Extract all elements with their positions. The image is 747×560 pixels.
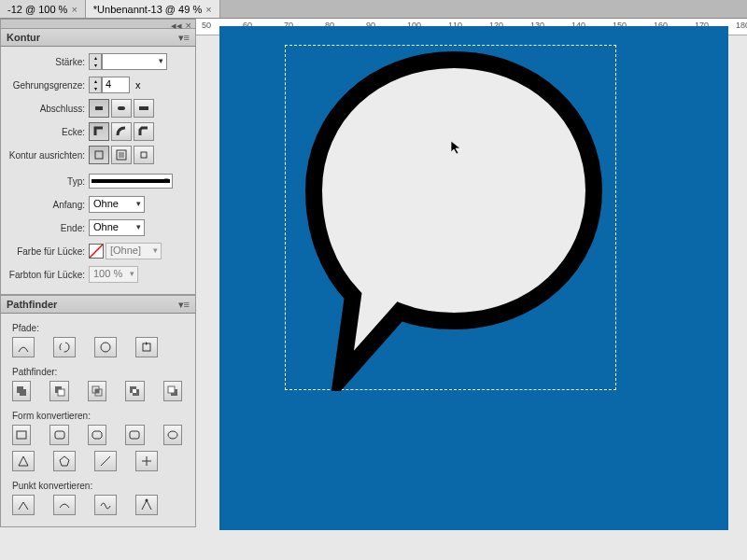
abschluss-label: Abschluss: xyxy=(5,104,89,114)
shape-line-button[interactable] xyxy=(94,451,117,471)
point-symmetric-button[interactable] xyxy=(94,495,117,515)
svg-rect-10 xyxy=(143,343,150,351)
svg-point-25 xyxy=(168,431,177,439)
ende-label: Ende: xyxy=(5,223,89,233)
shape-orthogonal-button[interactable] xyxy=(135,451,158,471)
path-close-button[interactable] xyxy=(94,337,117,357)
collapse-icon[interactable]: ◂◂ xyxy=(171,20,182,28)
ruler-tick: 180 xyxy=(736,21,747,30)
pathfinder-panel: Pfade: Pathfinder: Form konvertieren: xyxy=(0,314,196,527)
svg-point-9 xyxy=(101,343,110,352)
panel-title: Kontur xyxy=(7,32,40,43)
kontur-panel-header[interactable]: Kontur ▾≡ xyxy=(0,28,196,47)
close-icon[interactable]: × xyxy=(71,4,77,15)
gehrung-suffix: x xyxy=(135,79,141,91)
pf-subtract-button[interactable] xyxy=(49,381,68,401)
farbton-label: Farbton für Lücke: xyxy=(5,270,89,280)
align-outside-button[interactable] xyxy=(134,146,154,164)
svg-line-7 xyxy=(90,245,103,258)
svg-point-29 xyxy=(146,499,148,502)
svg-rect-1 xyxy=(118,106,125,110)
document-tabs: -12 @ 100 % × *Unbenannt-13 @ 49 % × xyxy=(0,0,747,19)
panel-mini-controls: ◂◂ × xyxy=(0,19,196,28)
pfade-label: Pfade: xyxy=(12,323,184,333)
tab-label: *Unbenannt-13 @ 49 % xyxy=(93,4,202,15)
close-icon[interactable]: × xyxy=(186,20,191,28)
panel-dock: ◂◂ × Kontur ▾≡ Stärke: ▴▾ Gehrungsgrenze… xyxy=(0,19,196,527)
pathfinder-label: Pathfinder: xyxy=(12,367,184,377)
pf-minus-back-button[interactable] xyxy=(163,381,182,401)
farbe-luecke-label: Farbe für Lücke: xyxy=(5,246,89,257)
pf-exclude-button[interactable] xyxy=(125,381,144,401)
join-round-button[interactable] xyxy=(111,122,132,141)
align-center-button[interactable] xyxy=(89,146,109,164)
cap-projecting-button[interactable] xyxy=(134,99,154,118)
panel-title: Pathfinder xyxy=(7,299,57,310)
pf-intersect-button[interactable] xyxy=(88,381,106,401)
svg-rect-5 xyxy=(119,152,124,158)
stroke-type-select[interactable] xyxy=(89,174,173,189)
cap-butt-button[interactable] xyxy=(89,99,109,118)
shape-rounded-button[interactable] xyxy=(49,425,68,445)
staerke-label: Stärke: xyxy=(5,57,89,67)
shape-rectangle-button[interactable] xyxy=(12,425,31,445)
end-arrow-select[interactable]: Ohne xyxy=(89,219,145,236)
shape-polygon-button[interactable] xyxy=(53,451,76,471)
close-icon[interactable]: × xyxy=(205,4,211,15)
svg-point-8 xyxy=(60,343,69,352)
gap-tint-select: 100 % xyxy=(89,266,138,283)
path-open-button[interactable] xyxy=(53,337,76,357)
punkt-label: Punkt konvertieren: xyxy=(12,481,184,491)
svg-rect-23 xyxy=(17,431,26,439)
shape-ellipse-button[interactable] xyxy=(163,425,182,445)
staerke-select[interactable] xyxy=(102,53,167,70)
form-label: Form konvertieren: xyxy=(12,411,184,421)
ruler-tick: 50 xyxy=(202,21,211,30)
shape-beveled-button[interactable] xyxy=(88,425,106,445)
pathfinder-panel-header[interactable]: Pathfinder ▾≡ xyxy=(0,295,196,314)
svg-rect-20 xyxy=(133,389,136,393)
join-bevel-button[interactable] xyxy=(134,122,154,141)
workarea[interactable] xyxy=(201,35,747,560)
start-arrow-select[interactable]: Ohne xyxy=(89,196,145,213)
svg-rect-12 xyxy=(20,389,26,396)
tab-label: -12 @ 100 % xyxy=(7,4,67,15)
canvas[interactable] xyxy=(219,26,728,530)
ecke-label: Ecke: xyxy=(5,127,89,137)
anfang-label: Anfang: xyxy=(5,200,89,210)
path-join-button[interactable] xyxy=(12,337,35,357)
join-miter-button[interactable] xyxy=(89,122,109,141)
selection-bounds[interactable] xyxy=(285,45,616,390)
panel-menu-icon[interactable]: ▾≡ xyxy=(178,299,190,311)
gehrung-label: Gehrungsgrenze: xyxy=(5,80,89,91)
svg-rect-0 xyxy=(95,106,103,110)
align-inside-button[interactable] xyxy=(111,146,132,164)
svg-rect-3 xyxy=(95,151,103,159)
shape-triangle-button[interactable] xyxy=(12,451,35,471)
tab-doc-13[interactable]: *Unbenannt-13 @ 49 % × xyxy=(86,0,220,18)
typ-label: Typ: xyxy=(5,176,89,187)
svg-rect-2 xyxy=(139,106,148,110)
svg-rect-24 xyxy=(55,431,64,439)
panel-menu-icon[interactable]: ▾≡ xyxy=(178,32,190,44)
point-plain-button[interactable] xyxy=(135,495,158,515)
point-corner-button[interactable] xyxy=(12,495,35,515)
gehrung-input[interactable]: 4 xyxy=(102,77,130,93)
svg-rect-6 xyxy=(141,152,147,158)
pf-add-button[interactable] xyxy=(12,381,31,401)
tab-doc-12[interactable]: -12 @ 100 % × xyxy=(0,0,86,18)
svg-rect-22 xyxy=(168,386,175,393)
gehrung-spinner[interactable]: ▴▾ xyxy=(89,77,102,93)
ausrichten-label: Kontur ausrichten: xyxy=(5,150,89,161)
staerke-spinner[interactable]: ▴▾ xyxy=(89,53,102,70)
cap-round-button[interactable] xyxy=(111,99,132,118)
svg-rect-17 xyxy=(95,389,99,393)
gap-color-swatch[interactable] xyxy=(89,244,104,259)
path-reverse-button[interactable] xyxy=(135,337,158,357)
shape-inverse-button[interactable] xyxy=(125,425,144,445)
point-smooth-button[interactable] xyxy=(53,495,76,515)
speech-bubble-shape[interactable] xyxy=(286,46,617,391)
gap-color-select[interactable]: [Ohne] xyxy=(106,243,162,259)
kontur-panel: Stärke: ▴▾ Gehrungsgrenze: ▴▾ 4 x Abschl… xyxy=(0,47,196,295)
svg-rect-14 xyxy=(58,389,64,396)
